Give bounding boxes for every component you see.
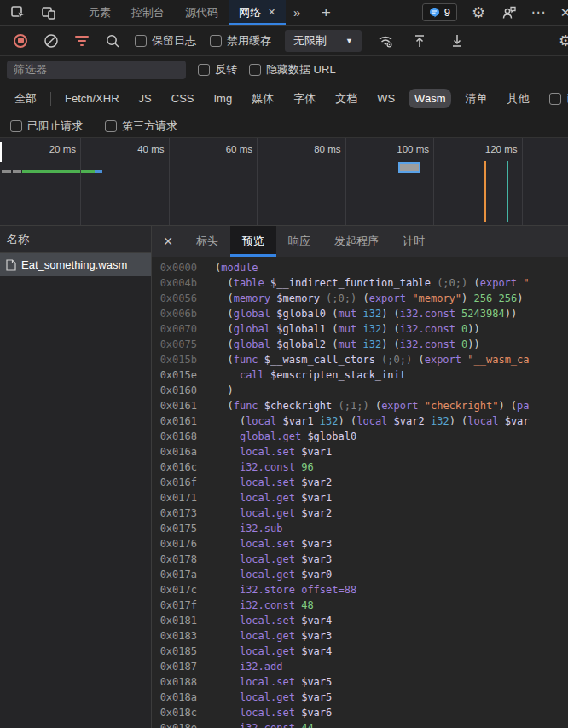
inspect-element-icon[interactable] <box>7 4 29 21</box>
close-tab-icon[interactable]: ✕ <box>268 7 275 18</box>
timeline-tick-label: 20 ms <box>14 144 76 154</box>
code-line: 0x0188 local.set $var5 <box>152 674 568 690</box>
code-text: i32.store offset=88 <box>206 582 356 598</box>
preview-tab-计时[interactable]: 计时 <box>391 226 437 257</box>
search-icon[interactable] <box>101 30 125 52</box>
network-toolbar: 保留日志 禁用缓存 无限制 ▼ ⚙ <box>0 26 568 56</box>
overflow-menu-icon[interactable]: ⋯ <box>527 3 549 21</box>
filter-chip-Fetch/XHR[interactable]: Fetch/XHR <box>59 89 125 108</box>
byte-offset: 0x017c <box>152 582 206 598</box>
byte-offset: 0x0075 <box>152 337 206 352</box>
byte-offset: 0x015b <box>152 352 206 367</box>
devtools-tab-bar: 元素控制台源代码网络✕ » + 9 ⚙ ⋯ ✕ <box>0 0 568 26</box>
add-tab-icon[interactable]: + <box>315 3 337 22</box>
byte-offset: 0x0161 <box>152 413 206 429</box>
preview-tab-标头[interactable]: 标头 <box>184 226 230 257</box>
filter-chip-字体[interactable]: 字体 <box>287 88 322 110</box>
filter-chip-JS[interactable]: JS <box>133 89 158 108</box>
blocked-requests-checkbox[interactable]: 已阻止请求 <box>10 118 83 134</box>
filter-input[interactable] <box>7 61 186 79</box>
more-tabs-icon[interactable]: » <box>286 5 308 20</box>
code-line: 0x004b (table $__indirect_function_table… <box>152 275 568 291</box>
filter-icon[interactable] <box>70 30 94 52</box>
code-line: 0x017c i32.store offset=88 <box>152 582 568 598</box>
code-line: 0x0171 local.get $var1 <box>152 490 568 506</box>
blocked-cookies-checkbox[interactable]: 已阻止 Cookie <box>549 91 568 107</box>
waterfall-bar-green <box>22 170 95 173</box>
code-text: local.set $var5 <box>206 674 332 690</box>
throttling-select[interactable]: 无限制 ▼ <box>285 30 362 52</box>
code-text: i32.const 48 <box>206 598 314 613</box>
close-preview-icon[interactable]: ✕ <box>152 226 184 257</box>
close-devtools-icon[interactable]: ✕ <box>554 5 568 20</box>
filter-chip-Wasm[interactable]: Wasm <box>409 89 451 108</box>
byte-offset: 0x0183 <box>152 628 206 644</box>
feedback-icon[interactable] <box>498 4 520 21</box>
code-text: local.set $var2 <box>206 475 332 490</box>
preserve-log-label: 保留日志 <box>152 33 196 49</box>
preview-tab-预览[interactable]: 预览 <box>230 226 276 257</box>
invert-filter-checkbox[interactable]: 反转 <box>198 62 237 78</box>
timeline-edge-marker <box>0 142 2 162</box>
code-text: local.get $var3 <box>206 552 332 567</box>
network-overview-timeline[interactable]: 20 ms40 ms60 ms80 ms100 ms120 ms140 ms <box>0 138 568 226</box>
preserve-log-checkbox[interactable]: 保留日志 <box>135 33 196 49</box>
preview-tab-响应[interactable]: 响应 <box>276 226 322 257</box>
filter-chip-全部[interactable]: 全部 <box>9 88 43 110</box>
issues-badge[interactable]: 9 <box>422 3 457 21</box>
code-line: 0x0161 (func $checkright (;1;) (export "… <box>152 398 568 413</box>
code-line: 0x016a local.set $var1 <box>152 444 568 459</box>
import-har-icon[interactable] <box>408 30 432 52</box>
devtools-tab-源代码[interactable]: 源代码 <box>175 0 229 25</box>
byte-offset: 0x0187 <box>152 659 206 674</box>
record-network-log-icon[interactable] <box>9 30 32 52</box>
devtools-tab-控制台[interactable]: 控制台 <box>121 0 175 25</box>
chat-bubble-icon <box>429 7 440 18</box>
devtools-tab-网络[interactable]: 网络✕ <box>229 0 286 25</box>
filter-chip-CSS[interactable]: CSS <box>165 89 200 108</box>
clear-network-log-icon[interactable] <box>39 30 63 52</box>
filter-chip-WS[interactable]: WS <box>371 89 401 108</box>
disable-cache-checkbox[interactable]: 禁用缓存 <box>210 33 271 49</box>
third-party-requests-checkbox[interactable]: 第三方请求 <box>105 118 177 134</box>
filter-chip-Img[interactable]: Img <box>207 89 238 108</box>
resource-type-filter-row: 全部Fetch/XHRJSCSSImg媒体字体文档WSWasm清单其他 已阻止 … <box>0 83 568 114</box>
timeline-gridline <box>257 138 258 225</box>
byte-offset: 0x0181 <box>152 613 206 628</box>
blocked-requests-label: 已阻止请求 <box>27 118 83 134</box>
request-row-selected[interactable]: Eat_something.wasm <box>0 253 151 276</box>
timeline-tick-label: 40 ms <box>103 144 165 154</box>
code-line: 0x017f i32.const 48 <box>152 598 568 613</box>
chip-divider <box>50 92 51 106</box>
byte-offset: 0x0175 <box>152 521 206 536</box>
code-line: 0x0185 local.get $var4 <box>152 644 568 659</box>
code-line: 0x0183 local.get $var3 <box>152 628 568 644</box>
network-conditions-icon[interactable] <box>374 30 397 52</box>
code-line: 0x018c local.set $var6 <box>152 705 568 720</box>
code-line: 0x015b (func $__wasm_call_ctors (;0;) (e… <box>152 352 568 367</box>
requests-name-column-header[interactable]: 名称 <box>0 226 151 253</box>
byte-offset: 0x0160 <box>152 383 206 398</box>
filter-chip-文档[interactable]: 文档 <box>329 88 363 110</box>
preview-tab-发起程序[interactable]: 发起程序 <box>322 226 391 257</box>
export-har-icon[interactable] <box>445 30 469 52</box>
filter-chip-其他[interactable]: 其他 <box>501 88 535 110</box>
code-line: 0x0160 ) <box>152 383 568 398</box>
code-text: i32.sub <box>206 521 282 536</box>
wasm-disassembly-view[interactable]: 0x0000(module0x004b (table $__indirect_f… <box>152 257 568 728</box>
device-toolbar-icon[interactable] <box>38 4 60 21</box>
settings-gear-icon[interactable]: ⚙ <box>467 5 490 20</box>
code-line: 0x0176 local.set $var3 <box>152 536 568 552</box>
filter-chip-媒体[interactable]: 媒体 <box>246 88 280 110</box>
hide-data-urls-checkbox[interactable]: 隐藏数据 URL <box>249 62 336 78</box>
filter-chip-清单[interactable]: 清单 <box>459 88 493 110</box>
code-text: i32.const 96 <box>206 459 314 475</box>
network-detail-split: 名称 Eat_something.wasm ✕ 标头预览响应发起程序计时 0x0… <box>0 226 568 728</box>
code-line: 0x0175 i32.sub <box>152 521 568 536</box>
code-text: (global $global0 (mut i32) (i32.const 52… <box>206 306 517 321</box>
issues-count: 9 <box>444 6 450 19</box>
code-line: 0x0181 local.set $var4 <box>152 613 568 628</box>
network-filter-row: 反转 隐藏数据 URL <box>0 56 568 83</box>
devtools-tab-元素[interactable]: 元素 <box>78 0 121 25</box>
network-settings-gear-icon[interactable]: ⚙ <box>554 33 568 49</box>
